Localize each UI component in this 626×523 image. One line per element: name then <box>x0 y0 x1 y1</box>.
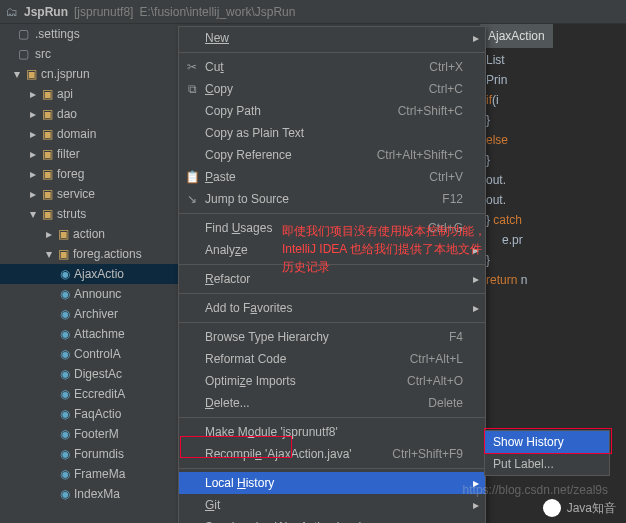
package-icon: ▣ <box>58 227 69 241</box>
label: Attachme <box>74 327 125 341</box>
menu-paste[interactable]: 📋PasteCtrl+V <box>179 166 485 188</box>
label: Jump to Source <box>205 192 289 206</box>
class-icon: ◉ <box>60 347 70 361</box>
tree-item[interactable]: ▸▣foreg <box>0 164 178 184</box>
shortcut: Ctrl+Shift+F9 <box>392 447 463 461</box>
label: Copy as Plain Text <box>205 126 304 140</box>
submenu-show-history[interactable]: Show History <box>485 431 609 453</box>
project-name: JspRun <box>24 5 68 19</box>
class-icon: ◉ <box>60 487 70 501</box>
menu-delete[interactable]: Delete...Delete <box>179 392 485 414</box>
shortcut: Ctrl+C <box>429 82 463 96</box>
chevron-down-icon: ▾ <box>12 67 22 81</box>
separator <box>179 417 485 418</box>
label: Put Label... <box>493 457 554 471</box>
breadcrumb-bar: 🗂 JspRun [jsprunutf8] E:\fusion\intellij… <box>0 0 626 24</box>
package-icon: ▣ <box>42 187 53 201</box>
chevron-right-icon: ▸ <box>473 243 479 257</box>
submenu-put-label[interactable]: Put Label... <box>485 453 609 475</box>
tree-file[interactable]: ◉AjaxActio <box>0 264 178 284</box>
menu-cut[interactable]: ✂CutCtrl+X <box>179 56 485 78</box>
folder-icon: 🗂 <box>6 5 18 19</box>
class-icon: ◉ <box>60 307 70 321</box>
separator <box>179 322 485 323</box>
package-icon: ▣ <box>42 207 53 221</box>
menu-local-history[interactable]: Local History▸ <box>179 472 485 494</box>
tree-file[interactable]: ◉EccreditA <box>0 384 178 404</box>
shortcut: Ctrl+Alt+L <box>410 352 463 366</box>
tree-item[interactable]: ▾▣struts <box>0 204 178 224</box>
label: Reformat Code <box>205 352 286 366</box>
menu-synchronize[interactable]: ⟳Synchronize 'AjaxAction.java' <box>179 516 485 523</box>
tree-item[interactable]: ▸▣domain <box>0 124 178 144</box>
folder-icon: ▢ <box>18 27 29 41</box>
package-icon: ▣ <box>42 87 53 101</box>
class-icon: ◉ <box>60 467 70 481</box>
tree-file[interactable]: ◉Forumdis <box>0 444 178 464</box>
menu-find-usages[interactable]: Find UsagesCtrl+G <box>179 217 485 239</box>
menu-browse-hierarchy[interactable]: Browse Type HierarchyF4 <box>179 326 485 348</box>
cut-icon: ✂ <box>185 60 199 74</box>
tree-file[interactable]: ◉Archiver <box>0 304 178 324</box>
tree-file[interactable]: ◉Attachme <box>0 324 178 344</box>
label: Paste <box>205 170 236 184</box>
context-menu: New▸ ✂CutCtrl+X ⧉CopyCtrl+C Copy PathCtr… <box>178 26 486 523</box>
menu-jump[interactable]: ↘Jump to SourceF12 <box>179 188 485 210</box>
label: Git <box>205 498 220 512</box>
menu-optimize[interactable]: Optimize ImportsCtrl+Alt+O <box>179 370 485 392</box>
tree-item[interactable]: ▸▣service <box>0 184 178 204</box>
label: Find Usages <box>205 221 272 235</box>
tree-file[interactable]: ◉DigestAc <box>0 364 178 384</box>
menu-copy-plain[interactable]: Copy as Plain Text <box>179 122 485 144</box>
separator <box>179 264 485 265</box>
chevron-right-icon: ▸ <box>28 187 38 201</box>
label: Delete... <box>205 396 250 410</box>
code-line: out. <box>486 190 620 210</box>
shortcut: Ctrl+X <box>429 60 463 74</box>
code-line: List <box>486 50 620 70</box>
code-line: out. <box>486 170 620 190</box>
menu-favorites[interactable]: Add to Favorites▸ <box>179 297 485 319</box>
watermark-url: https://blog.csdn.net/zeal9s <box>463 483 608 497</box>
shortcut: F12 <box>442 192 463 206</box>
tree-file[interactable]: ◉IndexMa <box>0 484 178 504</box>
label: Optimize Imports <box>205 374 296 388</box>
tree-item[interactable]: ▸▣dao <box>0 104 178 124</box>
shortcut: F4 <box>449 330 463 344</box>
tree-file[interactable]: ◉FooterM <box>0 424 178 444</box>
label: Local History <box>205 476 274 490</box>
label: DigestAc <box>74 367 122 381</box>
separator <box>179 52 485 53</box>
menu-refactor[interactable]: Refactor▸ <box>179 268 485 290</box>
menu-copy-ref[interactable]: Copy ReferenceCtrl+Alt+Shift+C <box>179 144 485 166</box>
label: FaqActio <box>74 407 121 421</box>
menu-recompile[interactable]: Recompile 'AjaxAction.java'Ctrl+Shift+F9 <box>179 443 485 465</box>
tree-pkg-root[interactable]: ▾▣cn.jsprun <box>0 64 178 84</box>
tree-file[interactable]: ◉ControlA <box>0 344 178 364</box>
label: Announc <box>74 287 121 301</box>
arrow-icon: ↘ <box>185 192 199 206</box>
code-line: } <box>486 250 620 270</box>
menu-copy-path[interactable]: Copy PathCtrl+Shift+C <box>179 100 485 122</box>
paste-icon: 📋 <box>185 170 199 184</box>
shortcut: Delete <box>428 396 463 410</box>
tree-file[interactable]: ◉FrameMa <box>0 464 178 484</box>
tree-item[interactable]: ▸▣api <box>0 84 178 104</box>
tree-file[interactable]: ◉FaqActio <box>0 404 178 424</box>
package-icon: ▣ <box>42 107 53 121</box>
tree-item[interactable]: ▾▣foreg.actions <box>0 244 178 264</box>
menu-copy[interactable]: ⧉CopyCtrl+C <box>179 78 485 100</box>
chevron-right-icon: ▸ <box>28 127 38 141</box>
menu-git[interactable]: Git▸ <box>179 494 485 516</box>
folder-icon: ▢ <box>18 47 29 61</box>
code-line: } <box>486 110 620 130</box>
tree-item[interactable]: ▸▣filter <box>0 144 178 164</box>
menu-analyze[interactable]: Analyze▸ <box>179 239 485 261</box>
editor-tab[interactable]: AjaxAction <box>480 24 553 48</box>
menu-make-module[interactable]: Make Module 'jsprunutf8' <box>179 421 485 443</box>
menu-new[interactable]: New▸ <box>179 27 485 49</box>
tree-item[interactable]: ▸▣action <box>0 224 178 244</box>
code-line: } <box>486 150 620 170</box>
menu-reformat[interactable]: Reformat CodeCtrl+Alt+L <box>179 348 485 370</box>
tree-file[interactable]: ◉Announc <box>0 284 178 304</box>
